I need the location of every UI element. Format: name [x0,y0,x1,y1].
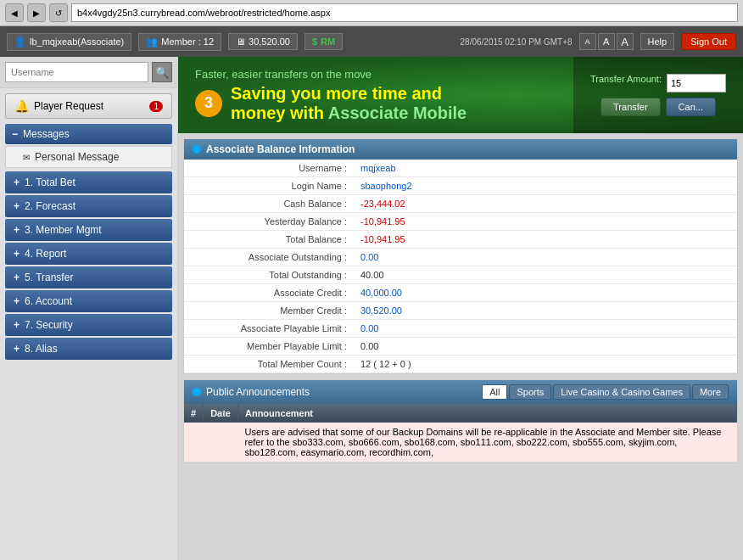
font-med-button[interactable]: A [598,33,615,50]
header-username: lb_mqjxeab(Associate) [30,36,124,47]
balance-info-table: Username : mqjxeab Login Name : sbaophon… [184,160,737,373]
content-area: Faster, easier transfers on the move 3 S… [178,57,743,560]
search-icon: 🔍 [155,66,170,79]
sidebar-item-label: 4. Report [25,248,66,260]
collapse-icon: − [12,128,18,140]
banner-text: Faster, easier transfers on the move 3 S… [178,59,743,132]
table-row: Total Balance : -10,941.95 [184,231,737,249]
sidebar-item-account[interactable]: + 6. Account [5,290,172,312]
row-label: Associate Playable Limit : [184,320,354,338]
messages-header[interactable]: − Messages [5,124,172,144]
header-currency-code: RM [321,36,335,47]
header-user: 👤 lb_mqjxeab(Associate) [7,33,131,51]
header-datetime: 28/06/2015 02:10 PM GMT+8 [461,37,573,47]
sidebar-item-label: 2. Forecast [25,200,75,212]
info-dot [193,145,201,154]
row-value: 40.00 [354,266,737,284]
refresh-button[interactable]: ↺ [49,3,68,22]
sidebar-item-total-bet[interactable]: + 1. Total Bet [5,171,172,193]
row-label: Associate Credit : [184,284,354,302]
address-bar[interactable] [71,3,738,22]
row-value: 12 ( 12 + 0 ) [354,356,737,373]
expand-icon: + [14,200,20,212]
row-label: Cash Balance : [184,195,354,213]
table-row: Associate Outstanding : 0.00 [184,249,737,266]
balance-info-header: Associate Balance Information [184,139,737,160]
row-label: Total Member Count : [184,356,354,373]
header-balance: 🖥 30,520.00 [228,33,298,50]
announcements-table: # Date Announcement Users are advised th… [184,404,737,462]
header-balance-value: 30,520.00 [249,36,290,47]
browser-chrome: ◀ ▶ ↺ [0,0,743,26]
balance-info-section: Associate Balance Information Username :… [183,138,738,374]
sidebar-item-security[interactable]: + 7. Security [5,314,172,336]
row-value: 0.00 [354,320,737,338]
sidebar-item-forecast[interactable]: + 2. Forecast [5,195,172,217]
row-label: Member Playable Limit : [184,338,354,356]
table-row: Total Outstanding : 40.00 [184,266,737,284]
banner-highlight: Associate Mobile [328,104,466,122]
messages-section: − Messages ✉ Personal Message [5,124,172,168]
sidebar-item-report[interactable]: + 4. Report [5,243,172,265]
player-request-button[interactable]: 🔔 Player Request 1 [5,93,172,119]
banner-subtitle: Faster, easier transfers on the move [195,68,726,81]
search-input[interactable] [5,62,148,82]
table-row: Member Credit : 30,520.00 [184,302,737,320]
row-date [204,423,238,462]
row-value: 40,000.00 [354,284,737,302]
expand-icon: + [14,224,20,236]
col-number: # [184,404,204,423]
table-row: Associate Credit : 40,000.00 [184,284,737,302]
announcement-tabs: All Sports Live Casino & Casino Games Mo… [482,384,729,400]
sidebar-search-area: 🔍 [0,57,177,88]
table-header-row: # Date Announcement [184,404,737,423]
row-label: Login Name : [184,177,354,195]
sidebar-item-label: 7. Security [25,319,73,331]
row-number [184,423,204,462]
banner-number: 3 [195,90,222,117]
table-row: Cash Balance : -23,444.02 [184,195,737,213]
tab-more[interactable]: More [692,384,729,400]
tab-all[interactable]: All [482,384,507,400]
envelope-icon: ✉ [23,153,30,162]
tab-sports[interactable]: Sports [509,384,551,400]
header-member: 👥 Member : 12 [138,33,221,51]
player-request-label: Player Request [34,100,103,112]
row-value: 0.00 [354,249,737,266]
search-button[interactable]: 🔍 [152,62,172,82]
announce-dot [193,388,201,396]
header-currency: $ RM [304,33,343,50]
row-label: Total Balance : [184,231,354,249]
row-value: 0.00 [354,338,737,356]
signout-button[interactable]: Sign Out [681,33,736,50]
sidebar-item-member-mgmt[interactable]: + 3. Member Mgmt [5,219,172,241]
messages-submenu: ✉ Personal Message [5,146,172,168]
sidebar-item-alias[interactable]: + 8. Alias [5,338,172,360]
table-row: Login Name : sbaophong2 [184,177,737,195]
col-date: Date [204,404,238,423]
browser-toolbar: ◀ ▶ ↺ [0,0,743,25]
col-announcement: Announcement [237,404,736,423]
forward-button[interactable]: ▶ [27,3,46,22]
sidebar-item-transfer[interactable]: + 5. Transfer [5,266,172,288]
row-value: -23,444.02 [354,195,737,213]
help-button[interactable]: Help [640,33,675,50]
personal-message-label: Personal Message [35,151,119,163]
back-button[interactable]: ◀ [5,3,24,22]
expand-icon: + [14,295,20,307]
sidebar-item-personal-message[interactable]: ✉ Personal Message [6,147,171,167]
announcements-section: Public Announcements All Sports Live Cas… [183,379,738,463]
row-label: Total Outstanding : [184,266,354,284]
tab-live-casino[interactable]: Live Casino & Casino Games [553,384,690,400]
row-announcement: Users are advised that some of our Backu… [237,423,736,462]
sidebar: 🔍 🔔 Player Request 1 − Messages ✉ Person… [0,57,178,560]
row-label: Yesterday Balance : [184,213,354,231]
messages-label: Messages [23,128,70,140]
font-small-button[interactable]: A [579,33,596,50]
header-member-count: Member : 12 [161,36,214,47]
sidebar-item-label: 3. Member Mgmt [25,224,102,236]
font-large-button[interactable]: A [617,33,634,50]
player-request-badge: 1 [149,101,163,112]
row-value: -10,941.95 [354,213,737,231]
row-label: Associate Outstanding : [184,249,354,266]
